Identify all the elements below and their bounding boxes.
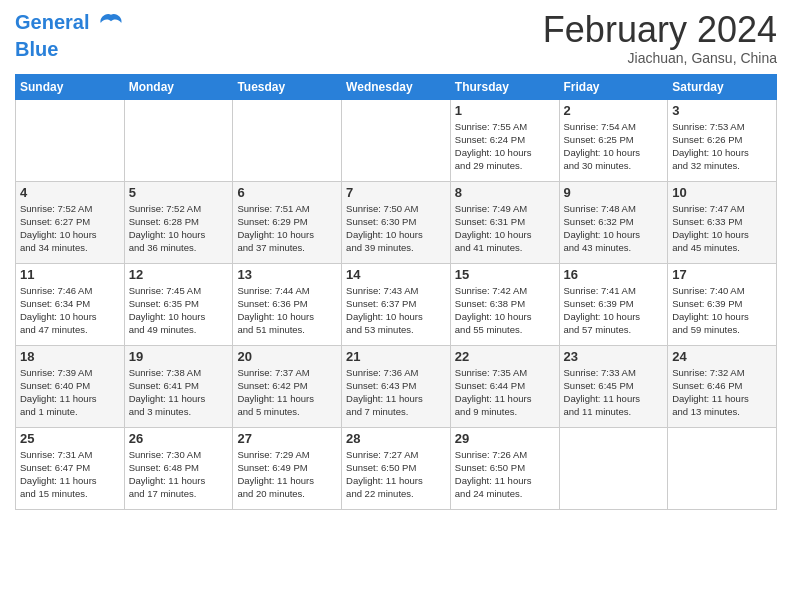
- day-info: Sunrise: 7:27 AM Sunset: 6:50 PM Dayligh…: [346, 448, 446, 501]
- calendar-cell: 25Sunrise: 7:31 AM Sunset: 6:47 PM Dayli…: [16, 427, 125, 509]
- logo-line1: General: [15, 11, 89, 33]
- calendar-cell: 19Sunrise: 7:38 AM Sunset: 6:41 PM Dayli…: [124, 345, 233, 427]
- day-number: 20: [237, 349, 337, 364]
- day-info: Sunrise: 7:29 AM Sunset: 6:49 PM Dayligh…: [237, 448, 337, 501]
- week-row-1: 1Sunrise: 7:55 AM Sunset: 6:24 PM Daylig…: [16, 99, 777, 181]
- day-number: 6: [237, 185, 337, 200]
- day-number: 17: [672, 267, 772, 282]
- calendar-cell: 22Sunrise: 7:35 AM Sunset: 6:44 PM Dayli…: [450, 345, 559, 427]
- day-number: 4: [20, 185, 120, 200]
- week-row-4: 18Sunrise: 7:39 AM Sunset: 6:40 PM Dayli…: [16, 345, 777, 427]
- calendar-cell: 4Sunrise: 7:52 AM Sunset: 6:27 PM Daylig…: [16, 181, 125, 263]
- calendar-cell: 3Sunrise: 7:53 AM Sunset: 6:26 PM Daylig…: [668, 99, 777, 181]
- day-number: 24: [672, 349, 772, 364]
- day-info: Sunrise: 7:49 AM Sunset: 6:31 PM Dayligh…: [455, 202, 555, 255]
- title-block: February 2024 Jiachuan, Gansu, China: [543, 10, 777, 66]
- day-number: 16: [564, 267, 664, 282]
- day-number: 18: [20, 349, 120, 364]
- day-info: Sunrise: 7:45 AM Sunset: 6:35 PM Dayligh…: [129, 284, 229, 337]
- week-row-5: 25Sunrise: 7:31 AM Sunset: 6:47 PM Dayli…: [16, 427, 777, 509]
- logo-line2: Blue: [15, 38, 125, 60]
- day-info: Sunrise: 7:32 AM Sunset: 6:46 PM Dayligh…: [672, 366, 772, 419]
- day-number: 28: [346, 431, 446, 446]
- calendar-table: SundayMondayTuesdayWednesdayThursdayFrid…: [15, 74, 777, 510]
- calendar-cell: 23Sunrise: 7:33 AM Sunset: 6:45 PM Dayli…: [559, 345, 668, 427]
- calendar-cell: [124, 99, 233, 181]
- day-info: Sunrise: 7:31 AM Sunset: 6:47 PM Dayligh…: [20, 448, 120, 501]
- day-info: Sunrise: 7:36 AM Sunset: 6:43 PM Dayligh…: [346, 366, 446, 419]
- calendar-cell: 16Sunrise: 7:41 AM Sunset: 6:39 PM Dayli…: [559, 263, 668, 345]
- calendar-cell: [342, 99, 451, 181]
- header-wednesday: Wednesday: [342, 74, 451, 99]
- day-info: Sunrise: 7:52 AM Sunset: 6:27 PM Dayligh…: [20, 202, 120, 255]
- day-number: 1: [455, 103, 555, 118]
- calendar-cell: 26Sunrise: 7:30 AM Sunset: 6:48 PM Dayli…: [124, 427, 233, 509]
- day-number: 8: [455, 185, 555, 200]
- calendar-cell: 18Sunrise: 7:39 AM Sunset: 6:40 PM Dayli…: [16, 345, 125, 427]
- header-row: SundayMondayTuesdayWednesdayThursdayFrid…: [16, 74, 777, 99]
- day-info: Sunrise: 7:33 AM Sunset: 6:45 PM Dayligh…: [564, 366, 664, 419]
- calendar-cell: 24Sunrise: 7:32 AM Sunset: 6:46 PM Dayli…: [668, 345, 777, 427]
- calendar-cell: 21Sunrise: 7:36 AM Sunset: 6:43 PM Dayli…: [342, 345, 451, 427]
- logo: General Blue: [15, 10, 125, 60]
- header-saturday: Saturday: [668, 74, 777, 99]
- calendar-cell: 20Sunrise: 7:37 AM Sunset: 6:42 PM Dayli…: [233, 345, 342, 427]
- header-tuesday: Tuesday: [233, 74, 342, 99]
- header-thursday: Thursday: [450, 74, 559, 99]
- calendar-cell: 7Sunrise: 7:50 AM Sunset: 6:30 PM Daylig…: [342, 181, 451, 263]
- day-info: Sunrise: 7:40 AM Sunset: 6:39 PM Dayligh…: [672, 284, 772, 337]
- day-number: 7: [346, 185, 446, 200]
- day-number: 19: [129, 349, 229, 364]
- day-info: Sunrise: 7:55 AM Sunset: 6:24 PM Dayligh…: [455, 120, 555, 173]
- month-title: February 2024: [543, 10, 777, 50]
- location: Jiachuan, Gansu, China: [543, 50, 777, 66]
- calendar-cell: 8Sunrise: 7:49 AM Sunset: 6:31 PM Daylig…: [450, 181, 559, 263]
- day-number: 9: [564, 185, 664, 200]
- day-number: 2: [564, 103, 664, 118]
- day-info: Sunrise: 7:26 AM Sunset: 6:50 PM Dayligh…: [455, 448, 555, 501]
- calendar-cell: 2Sunrise: 7:54 AM Sunset: 6:25 PM Daylig…: [559, 99, 668, 181]
- day-info: Sunrise: 7:54 AM Sunset: 6:25 PM Dayligh…: [564, 120, 664, 173]
- day-number: 5: [129, 185, 229, 200]
- day-info: Sunrise: 7:48 AM Sunset: 6:32 PM Dayligh…: [564, 202, 664, 255]
- header: General Blue February 2024 Jiachuan, Gan…: [15, 10, 777, 66]
- day-number: 3: [672, 103, 772, 118]
- day-number: 10: [672, 185, 772, 200]
- calendar-cell: 29Sunrise: 7:26 AM Sunset: 6:50 PM Dayli…: [450, 427, 559, 509]
- calendar-cell: [16, 99, 125, 181]
- day-number: 14: [346, 267, 446, 282]
- page: General Blue February 2024 Jiachuan, Gan…: [0, 0, 792, 612]
- calendar-cell: 17Sunrise: 7:40 AM Sunset: 6:39 PM Dayli…: [668, 263, 777, 345]
- day-info: Sunrise: 7:42 AM Sunset: 6:38 PM Dayligh…: [455, 284, 555, 337]
- day-number: 12: [129, 267, 229, 282]
- header-friday: Friday: [559, 74, 668, 99]
- calendar-cell: 5Sunrise: 7:52 AM Sunset: 6:28 PM Daylig…: [124, 181, 233, 263]
- header-sunday: Sunday: [16, 74, 125, 99]
- calendar-cell: [559, 427, 668, 509]
- day-info: Sunrise: 7:47 AM Sunset: 6:33 PM Dayligh…: [672, 202, 772, 255]
- day-number: 26: [129, 431, 229, 446]
- day-info: Sunrise: 7:50 AM Sunset: 6:30 PM Dayligh…: [346, 202, 446, 255]
- day-info: Sunrise: 7:39 AM Sunset: 6:40 PM Dayligh…: [20, 366, 120, 419]
- calendar-cell: 28Sunrise: 7:27 AM Sunset: 6:50 PM Dayli…: [342, 427, 451, 509]
- calendar-cell: 10Sunrise: 7:47 AM Sunset: 6:33 PM Dayli…: [668, 181, 777, 263]
- calendar-cell: 12Sunrise: 7:45 AM Sunset: 6:35 PM Dayli…: [124, 263, 233, 345]
- calendar-cell: 27Sunrise: 7:29 AM Sunset: 6:49 PM Dayli…: [233, 427, 342, 509]
- day-number: 13: [237, 267, 337, 282]
- calendar-cell: 11Sunrise: 7:46 AM Sunset: 6:34 PM Dayli…: [16, 263, 125, 345]
- day-info: Sunrise: 7:46 AM Sunset: 6:34 PM Dayligh…: [20, 284, 120, 337]
- day-number: 11: [20, 267, 120, 282]
- day-info: Sunrise: 7:35 AM Sunset: 6:44 PM Dayligh…: [455, 366, 555, 419]
- day-info: Sunrise: 7:37 AM Sunset: 6:42 PM Dayligh…: [237, 366, 337, 419]
- calendar-cell: [668, 427, 777, 509]
- calendar-cell: 6Sunrise: 7:51 AM Sunset: 6:29 PM Daylig…: [233, 181, 342, 263]
- calendar-cell: 14Sunrise: 7:43 AM Sunset: 6:37 PM Dayli…: [342, 263, 451, 345]
- day-info: Sunrise: 7:43 AM Sunset: 6:37 PM Dayligh…: [346, 284, 446, 337]
- day-number: 27: [237, 431, 337, 446]
- day-number: 25: [20, 431, 120, 446]
- calendar-cell: 9Sunrise: 7:48 AM Sunset: 6:32 PM Daylig…: [559, 181, 668, 263]
- day-info: Sunrise: 7:30 AM Sunset: 6:48 PM Dayligh…: [129, 448, 229, 501]
- day-info: Sunrise: 7:38 AM Sunset: 6:41 PM Dayligh…: [129, 366, 229, 419]
- day-info: Sunrise: 7:51 AM Sunset: 6:29 PM Dayligh…: [237, 202, 337, 255]
- day-number: 15: [455, 267, 555, 282]
